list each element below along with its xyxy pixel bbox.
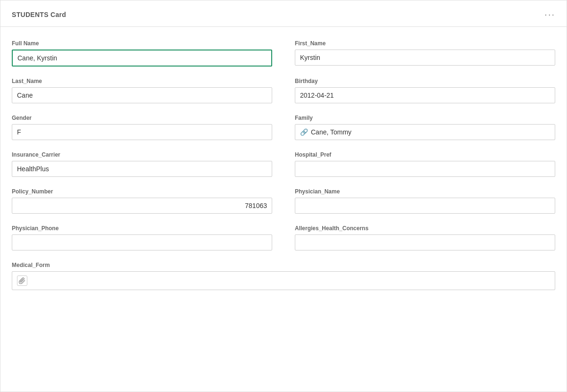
physician-name-label: Physician_Name	[295, 188, 555, 195]
attachment-icon	[17, 275, 27, 286]
hospital-pref-group: Hospital_Pref	[295, 151, 555, 177]
physician-name-group: Physician_Name	[295, 188, 555, 214]
physician-phone-input[interactable]	[12, 234, 272, 250]
full-name-label: Full Name	[12, 40, 272, 47]
last-name-label: Last_Name	[12, 78, 272, 84]
full-name-input[interactable]	[12, 50, 272, 67]
family-input-wrapper[interactable]: 🔗 Cane, Tommy	[295, 124, 555, 140]
birthday-input[interactable]	[295, 87, 555, 103]
insurance-carrier-group: Insurance_Carrier	[12, 151, 272, 177]
students-card: STUDENTS Card ··· Full Name First_Name L…	[0, 0, 567, 392]
policy-number-input[interactable]	[12, 198, 272, 214]
link-icon: 🔗	[300, 128, 308, 136]
gender-input[interactable]	[12, 124, 272, 140]
card-header: STUDENTS Card ···	[0, 0, 567, 27]
gender-label: Gender	[12, 115, 272, 121]
card-title: STUDENTS Card	[12, 11, 66, 18]
more-options-icon[interactable]: ···	[544, 9, 555, 20]
physician-phone-label: Physician_Phone	[12, 225, 272, 232]
gender-group: Gender	[12, 115, 272, 140]
medical-form-group: Medical_Form	[12, 262, 555, 290]
medical-form-attachment[interactable]	[12, 271, 555, 290]
physician-phone-group: Physician_Phone	[12, 225, 272, 250]
medical-form-label: Medical_Form	[12, 262, 555, 268]
first-name-input[interactable]	[295, 50, 555, 66]
physician-name-input[interactable]	[295, 198, 555, 214]
birthday-group: Birthday	[295, 78, 555, 103]
family-group: Family 🔗 Cane, Tommy	[295, 115, 555, 140]
last-name-input[interactable]	[12, 87, 272, 103]
insurance-carrier-label: Insurance_Carrier	[12, 151, 272, 158]
insurance-carrier-input[interactable]	[12, 161, 272, 177]
form-grid: Full Name First_Name Last_Name Birthday …	[12, 40, 555, 301]
full-name-group: Full Name	[12, 40, 272, 67]
allergies-label: Allergies_Health_Concerns	[295, 225, 555, 232]
card-body: Full Name First_Name Last_Name Birthday …	[0, 27, 567, 313]
birthday-label: Birthday	[295, 78, 555, 84]
hospital-pref-label: Hospital_Pref	[295, 151, 555, 158]
family-value: Cane, Tommy	[311, 128, 351, 136]
policy-number-group: Policy_Number	[12, 188, 272, 214]
hospital-pref-input[interactable]	[295, 161, 555, 177]
allergies-group: Allergies_Health_Concerns	[295, 225, 555, 250]
family-label: Family	[295, 115, 555, 121]
allergies-input[interactable]	[295, 234, 555, 250]
first-name-group: First_Name	[295, 40, 555, 67]
first-name-label: First_Name	[295, 40, 555, 47]
policy-number-label: Policy_Number	[12, 188, 272, 195]
last-name-group: Last_Name	[12, 78, 272, 103]
